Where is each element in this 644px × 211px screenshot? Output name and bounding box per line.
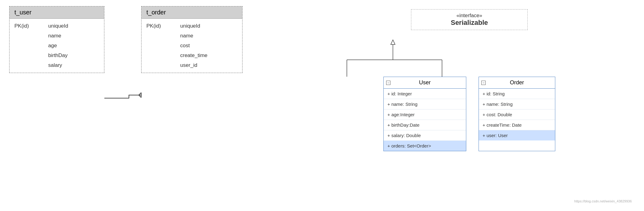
field-label: name bbox=[48, 33, 61, 39]
field-label: uniqueId bbox=[180, 23, 200, 29]
table-row: name bbox=[142, 31, 242, 41]
pk-label bbox=[14, 43, 39, 49]
uml-field: + createTime: Date bbox=[479, 120, 555, 130]
pk-label bbox=[14, 62, 39, 68]
uml-field: + name: String bbox=[479, 99, 555, 109]
table-row: user_id bbox=[142, 60, 242, 70]
field-label: age bbox=[48, 43, 57, 49]
svg-marker-7 bbox=[391, 40, 395, 44]
uml-field: + age:Integer bbox=[384, 109, 466, 120]
collapse-icon[interactable]: − bbox=[481, 81, 486, 85]
pk-label bbox=[146, 62, 171, 68]
uml-order-class: − Order + id: String + name: String + co… bbox=[479, 77, 555, 151]
t-user-body: PK(id) uniqueId name age birthDay bbox=[10, 19, 104, 73]
t-user-header: t_user bbox=[10, 6, 104, 19]
uml-order-name: Order bbox=[510, 79, 524, 86]
diagram-container: t_user PK(id) uniqueId name age bbox=[0, 0, 644, 211]
uml-field-highlighted: + orders: Set<Order> bbox=[384, 141, 466, 151]
svg-line-1 bbox=[139, 93, 141, 95]
uml-interface-box: «interface» Serializable bbox=[411, 9, 528, 30]
uml-field: + birthDay:Date bbox=[384, 120, 466, 130]
field-label: salary bbox=[48, 62, 62, 68]
field-label: create_time bbox=[180, 52, 208, 59]
pk-label: PK(id) bbox=[14, 23, 39, 29]
t-order-header: t_order bbox=[142, 6, 242, 19]
field-label: name bbox=[180, 33, 193, 39]
uml-field: + name: String bbox=[384, 99, 466, 109]
uml-field: + id: Integer bbox=[384, 89, 466, 99]
collapse-icon[interactable]: − bbox=[386, 81, 390, 85]
uml-order-header: − Order bbox=[479, 77, 555, 89]
field-label: user_id bbox=[180, 62, 197, 68]
table-row: birthDay bbox=[10, 51, 104, 60]
pk-label bbox=[14, 52, 39, 59]
table-row: salary bbox=[10, 60, 104, 70]
t-order-body: PK(id) uniqueId name cost create_time bbox=[142, 19, 242, 73]
table-row: PK(id) uniqueId bbox=[142, 21, 242, 31]
t-order-table: t_order PK(id) uniqueId name cost bbox=[141, 6, 242, 73]
t-user-table: t_user PK(id) uniqueId name age bbox=[9, 6, 104, 73]
interface-name: Serializable bbox=[417, 19, 521, 27]
pk-label bbox=[146, 52, 171, 59]
uml-classes-row: − User + id: Integer + name: String + ag… bbox=[304, 77, 635, 151]
table-row: PK(id) uniqueId bbox=[10, 21, 104, 31]
pk-label bbox=[146, 33, 171, 39]
table-row: cost bbox=[142, 41, 242, 51]
db-section: t_user PK(id) uniqueId name age bbox=[9, 6, 285, 73]
uml-field: + id: String bbox=[479, 89, 555, 99]
svg-line-2 bbox=[139, 95, 141, 98]
field-label: cost bbox=[180, 43, 190, 49]
uml-field-highlighted: + user: User bbox=[479, 130, 555, 140]
uml-user-name: User bbox=[419, 79, 431, 86]
pk-label bbox=[14, 33, 39, 39]
table-row: create_time bbox=[142, 51, 242, 60]
uml-user-class: − User + id: Integer + name: String + ag… bbox=[383, 77, 466, 151]
uml-user-header: − User bbox=[384, 77, 466, 89]
uml-order-body: + id: String + name: String + cost: Doub… bbox=[479, 89, 555, 140]
field-label: birthDay bbox=[48, 52, 68, 59]
stereotype-label: «interface» bbox=[417, 13, 521, 19]
pk-label: PK(id) bbox=[146, 23, 171, 29]
pk-label bbox=[146, 43, 171, 49]
table-row: age bbox=[10, 41, 104, 51]
watermark: https://blog.csdn.net/weixin_43829936 bbox=[574, 199, 632, 203]
table-row: name bbox=[10, 31, 104, 41]
uml-field: + cost: Double bbox=[479, 109, 555, 120]
uml-section: «interface» Serializable − User + id: In… bbox=[304, 6, 635, 205]
field-label: uniqueId bbox=[48, 23, 68, 29]
uml-field: + salary: Double bbox=[384, 130, 466, 141]
uml-user-body: + id: Integer + name: String + age:Integ… bbox=[384, 89, 466, 151]
